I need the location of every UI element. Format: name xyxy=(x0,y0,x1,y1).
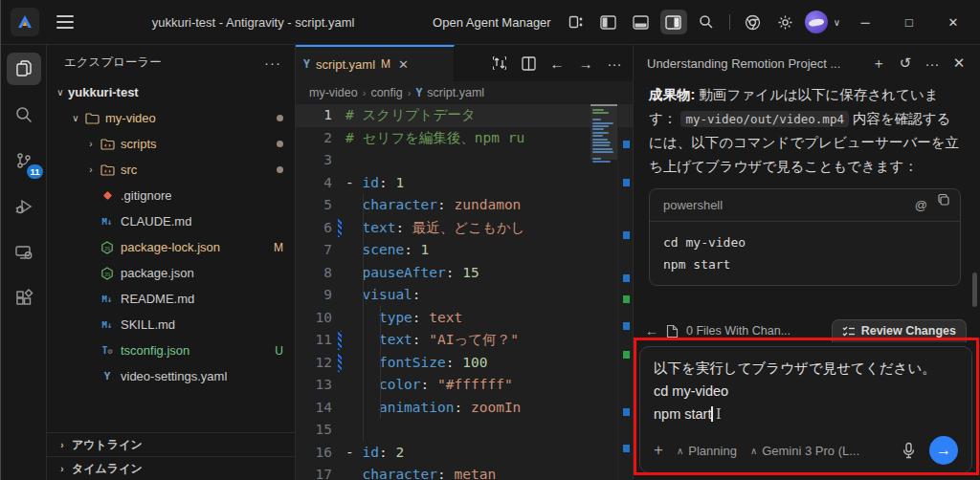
files-changed-label[interactable]: 0 Files With Chan... xyxy=(686,324,791,338)
tree-item-package-json[interactable]: JSpackage.json xyxy=(47,260,295,286)
line-text: scene: 1 xyxy=(345,239,429,262)
review-changes-tab[interactable]: Review Changes xyxy=(832,319,967,342)
breadcrumb[interactable]: my-video › config › Y script.yaml xyxy=(296,81,633,104)
navigate-forward-icon[interactable]: → xyxy=(573,52,598,75)
navigate-back-icon[interactable]: ← xyxy=(545,52,569,75)
item-name: scripts xyxy=(121,137,157,151)
tree-item-claude-md[interactable]: M↓CLAUDE.md xyxy=(47,208,295,234)
new-conversation-icon[interactable]: ＋ xyxy=(867,52,890,75)
model-selector[interactable]: ∧ Gemini 3 Pro (L... xyxy=(750,444,859,458)
menu-hamburger-icon[interactable] xyxy=(56,15,74,29)
minimap-slider[interactable] xyxy=(590,104,617,160)
code-line-8[interactable]: 8 pauseAfter: 15 xyxy=(296,262,633,285)
code-line-3[interactable]: 3 xyxy=(296,149,633,172)
chat-input-box[interactable]: 以下を実行してブラウザで見せてください。 cd my-video npm sta… xyxy=(639,346,972,473)
microphone-icon[interactable] xyxy=(902,442,916,459)
panel-scrollbar[interactable] xyxy=(972,273,977,307)
chevron-down-icon[interactable]: ∨ xyxy=(68,113,83,123)
tab-script-yaml[interactable]: Y script.yaml M ✕ xyxy=(296,45,455,81)
mode-selector[interactable]: ∧ Planning xyxy=(677,444,737,458)
outline-section[interactable]: › アウトライン xyxy=(47,432,295,456)
tab-modified-badge: M xyxy=(381,57,390,71)
back-arrow-icon[interactable]: ← xyxy=(645,323,658,338)
window-close-button[interactable]: ✕ xyxy=(934,8,972,36)
remote-explorer-icon[interactable] xyxy=(7,236,41,269)
tree-item-my-video[interactable]: ∨my-video xyxy=(47,105,295,131)
open-agent-manager-button[interactable]: Open Agent Manager xyxy=(433,15,551,30)
panel-close-icon[interactable]: ✕ xyxy=(947,52,970,75)
timeline-section[interactable]: › タイムライン xyxy=(47,456,295,480)
tree-item-video-settings-yaml[interactable]: Yvideo-settings.yaml xyxy=(47,363,295,389)
line-text: # セリフを編集後、npm ru xyxy=(345,127,524,150)
code-block-line: cd my-video xyxy=(663,231,947,253)
item-name: CLAUDE.md xyxy=(121,214,191,229)
breadcrumb-file[interactable]: script.yaml xyxy=(427,86,484,99)
settings-gear-icon[interactable] xyxy=(772,10,799,34)
chevron-right-icon[interactable]: › xyxy=(83,139,99,149)
code-line-6[interactable]: 6 text: 最近、どこもかし xyxy=(296,217,633,240)
search-icon[interactable] xyxy=(693,10,720,34)
attach-plus-icon[interactable]: + xyxy=(654,441,663,460)
change-marker xyxy=(623,274,630,282)
tree-item--gitignore[interactable]: .gitignore xyxy=(47,183,295,208)
explorer-files-icon[interactable] xyxy=(7,53,41,85)
tree-item-package-lock-json[interactable]: JSpackage-lock.jsonM xyxy=(47,234,295,260)
code-line-16[interactable]: 16- id: 2 xyxy=(296,442,633,465)
git-status-badge: M xyxy=(274,241,283,254)
code-line-2[interactable]: 2# セリフを編集後、npm ru xyxy=(296,127,633,150)
code-line-11[interactable]: 11 text: "AIって何？" xyxy=(296,329,633,352)
editor-more-actions-icon[interactable]: ··· xyxy=(602,52,627,75)
code-line-12[interactable]: 12 fontSize: 100 xyxy=(296,352,633,375)
chevron-right-icon[interactable]: › xyxy=(83,164,99,175)
code-line-13[interactable]: 13 color: "#ffffff" xyxy=(296,374,633,397)
code-line-5[interactable]: 5 character: zundamon xyxy=(296,194,633,217)
account-chevron-down-icon[interactable]: ∨ xyxy=(834,17,840,28)
code-line-9[interactable]: 9 visual: xyxy=(296,284,633,307)
code-line-1[interactable]: 1# スクリプトデータ xyxy=(296,104,633,127)
yaml-icon: Y xyxy=(99,370,116,382)
source-control-icon[interactable]: 11 xyxy=(7,144,41,177)
tree-item-src[interactable]: ›src xyxy=(47,157,295,183)
copy-icon[interactable] xyxy=(937,193,950,217)
change-marker xyxy=(623,179,630,186)
extensions-icon[interactable] xyxy=(7,282,41,315)
search-sidebar-icon[interactable] xyxy=(7,98,41,131)
tab-close-icon[interactable]: ✕ xyxy=(398,57,409,72)
toggle-bottom-panel-icon[interactable] xyxy=(628,10,655,34)
run-debug-icon[interactable] xyxy=(7,190,41,223)
code-line-17[interactable]: 17 character: metan xyxy=(296,464,633,480)
code-line-7[interactable]: 7 scene: 1 xyxy=(296,239,633,262)
send-button[interactable]: → xyxy=(929,436,958,465)
item-name: tsconfig.json xyxy=(121,343,189,358)
window-maximize-button[interactable]: □ xyxy=(890,8,928,36)
open-changes-icon[interactable] xyxy=(487,52,512,75)
tree-item-scripts[interactable]: ›scripts xyxy=(47,131,295,157)
user-avatar[interactable] xyxy=(805,11,828,33)
code-editor[interactable]: 1# スクリプトデータ2# セリフを編集後、npm ru34- id: 15 c… xyxy=(296,104,633,480)
breadcrumb-folder[interactable]: my-video xyxy=(309,86,358,99)
agent-layout-icon[interactable] xyxy=(563,10,590,34)
tree-item-tsconfig-json[interactable]: T⚙tsconfig.jsonU xyxy=(47,338,295,363)
tree-root[interactable]: ∨ yukkuri-test xyxy=(47,79,295,105)
tree-item-readme-md[interactable]: M↓README.md xyxy=(47,286,295,312)
breadcrumb-folder[interactable]: config xyxy=(370,86,402,99)
code-line-4[interactable]: 4- id: 1 xyxy=(296,172,633,195)
code-line-15[interactable]: 15 xyxy=(296,419,633,442)
history-icon[interactable]: ↺ xyxy=(894,52,917,75)
change-marker xyxy=(623,141,630,148)
line-text: color: "#ffffff" xyxy=(345,374,513,397)
toggle-right-panel-icon[interactable] xyxy=(660,10,687,34)
line-text: pauseAfter: 15 xyxy=(345,262,479,285)
split-editor-icon[interactable] xyxy=(516,52,541,75)
toggle-left-panel-icon[interactable] xyxy=(595,10,622,34)
panel-more-actions-icon[interactable]: ··· xyxy=(921,52,944,75)
mention-at-icon[interactable]: @ xyxy=(915,193,927,217)
chrome-browser-icon[interactable] xyxy=(740,10,767,34)
window-minimize-button[interactable]: ─ xyxy=(846,8,884,36)
tree-item-skill-md[interactable]: M↓SKILL.md xyxy=(47,312,295,338)
code-line-14[interactable]: 14 animation: zoomIn xyxy=(296,397,633,420)
activity-bar: 11 xyxy=(1,45,47,480)
minimap[interactable] xyxy=(590,104,617,480)
code-line-10[interactable]: 10 type: text xyxy=(296,307,633,330)
explorer-more-actions-icon[interactable]: ··· xyxy=(264,55,281,71)
